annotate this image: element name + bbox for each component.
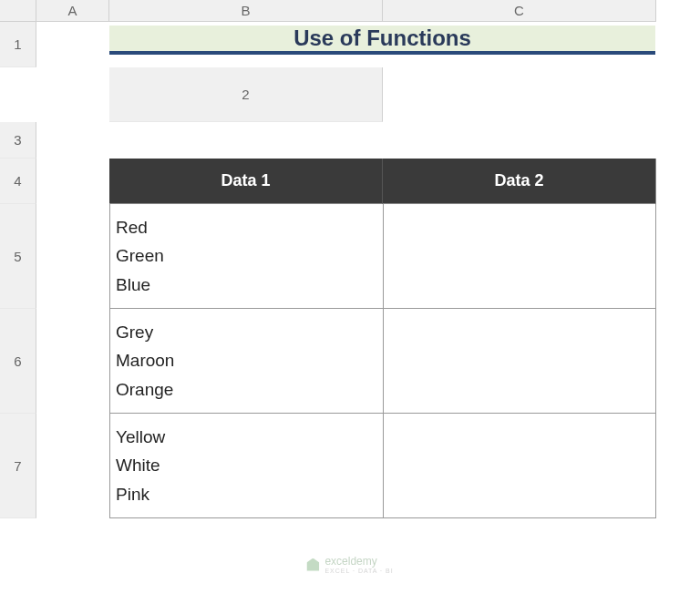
table-header-data1[interactable]: Data 1 (109, 159, 383, 204)
watermark-sub: EXCEL · DATA · BI (324, 568, 393, 574)
col-header-b[interactable]: B (109, 0, 383, 22)
cell-a4[interactable] (36, 159, 109, 204)
row-header-5[interactable]: 5 (0, 204, 36, 309)
col-header-c[interactable]: C (383, 0, 656, 22)
spreadsheet-grid: A B C 1 2 Use of Functions 3 4 Data 1 Da… (0, 0, 700, 518)
cell-b3[interactable] (109, 122, 383, 159)
cell-a5[interactable] (36, 204, 109, 309)
cell-c3[interactable] (383, 122, 656, 159)
cell-line: Grey (116, 321, 377, 344)
cell-line: White (116, 454, 377, 477)
table-header-data2[interactable]: Data 2 (383, 159, 656, 204)
cell-line: Red (116, 216, 377, 240)
cell-line: Pink (116, 483, 377, 507)
cell-b5[interactable]: Red Green Blue (109, 204, 383, 309)
row-header-4[interactable]: 4 (0, 159, 36, 204)
watermark: exceldemy EXCEL · DATA · BI (306, 555, 393, 574)
cell-a7[interactable] (36, 414, 109, 518)
cell-c7[interactable] (383, 414, 656, 518)
cell-line: Yellow (116, 425, 377, 449)
cell-a3[interactable] (36, 122, 109, 159)
row-header-3[interactable]: 3 (0, 122, 36, 159)
cell-line: Maroon (116, 349, 377, 373)
title-merged-cell[interactable]: Use of Functions (109, 22, 656, 67)
cell-b6[interactable]: Grey Maroon Orange (109, 309, 383, 414)
select-all-corner[interactable] (0, 0, 36, 22)
row-header-1[interactable]: 1 (0, 22, 36, 67)
cell-b1[interactable] (0, 67, 36, 122)
cell-c1[interactable] (36, 67, 109, 122)
watermark-text: exceldemy (324, 555, 376, 568)
cell-a6[interactable] (36, 309, 109, 414)
row-header-7[interactable]: 7 (0, 414, 36, 518)
cell-line: Green (116, 244, 377, 268)
cell-c6[interactable] (383, 309, 656, 414)
cell-a1[interactable] (36, 22, 109, 67)
cell-b7[interactable]: Yellow White Pink (109, 414, 383, 518)
row-header-6[interactable]: 6 (0, 309, 36, 414)
cell-a2[interactable] (383, 67, 656, 122)
col-header-a[interactable]: A (36, 0, 109, 22)
cell-c5[interactable] (383, 204, 656, 309)
page-title: Use of Functions (109, 26, 655, 55)
cell-line: Blue (116, 273, 377, 297)
watermark-icon (306, 558, 319, 571)
cell-line: Orange (116, 378, 377, 402)
row-header-2[interactable]: 2 (109, 67, 383, 122)
